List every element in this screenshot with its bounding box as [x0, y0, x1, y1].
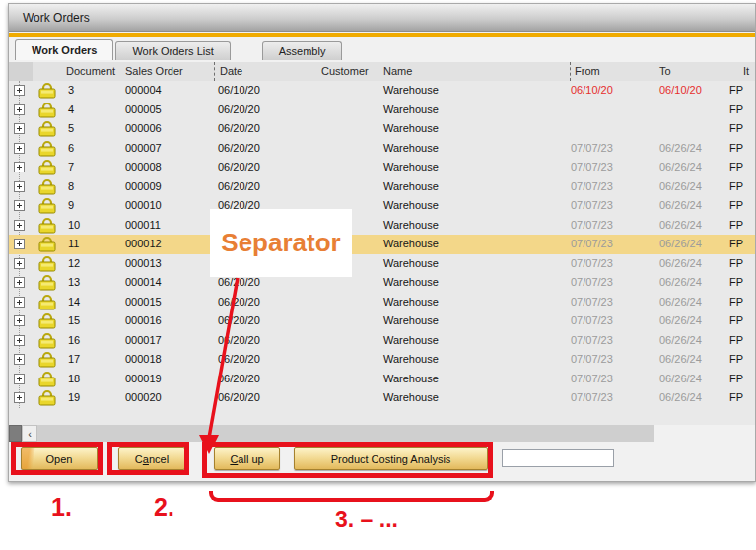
cell-item: FP: [729, 199, 743, 211]
table-row[interactable]: 1200001306/20/20Warehouse07/07/2306/26/2…: [9, 254, 755, 274]
cell-sales-order: 000012: [125, 238, 162, 249]
cell-from: 07/07/23: [571, 161, 613, 172]
cell-sales-order: 000020: [125, 391, 162, 403]
table-row[interactable]: 1900002006/20/20Warehouse07/07/2306/26/2…: [9, 388, 755, 408]
cell-from: 07/07/23: [571, 353, 613, 365]
tab-work-orders[interactable]: Work Orders: [15, 39, 113, 60]
column-header-item[interactable]: It: [743, 65, 749, 77]
window-titlebar[interactable]: Work Orders: [9, 4, 755, 32]
cell-name: Warehouse: [383, 219, 439, 231]
table-header-row: Document Sales Order Date Customer Name …: [9, 62, 755, 81]
table-row[interactable]: 900001006/20/20Warehouse07/07/2306/26/24…: [9, 196, 755, 216]
cell-name: Warehouse: [383, 257, 439, 269]
cell-from: 07/07/23: [571, 180, 613, 192]
expand-plus-icon[interactable]: [14, 315, 25, 326]
table-row[interactable]: 1500001606/20/20Warehouse07/07/2306/26/2…: [9, 311, 755, 331]
table-row[interactable]: 1100001206/20/20Warehouse07/07/2306/26/2…: [9, 235, 755, 254]
table-row[interactable]: 700000806/20/20Warehouse07/07/2306/26/24…: [9, 158, 755, 177]
cell-to: 06/26/24: [659, 238, 702, 249]
cell-to: 06/26/24: [659, 334, 702, 346]
cell-document: 13: [68, 276, 80, 288]
expand-plus-icon[interactable]: [14, 104, 25, 115]
tab-work-orders-list[interactable]: Work Orders List: [115, 41, 230, 60]
expand-plus-icon[interactable]: [14, 239, 25, 249]
column-header-to[interactable]: To: [659, 65, 671, 77]
expand-plus-icon[interactable]: [14, 392, 25, 403]
cell-from: 07/07/23: [571, 296, 613, 308]
table-row[interactable]: 600000706/20/20Warehouse07/07/2306/26/24…: [9, 139, 755, 159]
separator-callout-label: Separator: [221, 228, 340, 258]
column-header-customer[interactable]: Customer: [321, 65, 369, 77]
cell-date: 06/20/20: [218, 276, 260, 288]
work-orders-table: Document Sales Order Date Customer Name …: [9, 62, 755, 425]
horizontal-scrollbar-track[interactable]: [37, 425, 654, 442]
expand-plus-icon[interactable]: [14, 181, 25, 192]
lock-icon: [36, 236, 58, 252]
expand-plus-icon[interactable]: [14, 220, 25, 231]
table-row[interactable]: 300000406/10/20Warehouse06/10/2006/10/20…: [9, 81, 755, 101]
expand-plus-icon[interactable]: [14, 162, 25, 172]
footer-text-field[interactable]: [502, 449, 614, 467]
column-header-date[interactable]: Date: [220, 65, 242, 77]
cell-date: 06/20/20: [218, 334, 260, 346]
tab-strip: Work Orders Work Orders List Assembly: [15, 40, 344, 60]
lock-icon: [36, 255, 58, 272]
table-rows: 300000406/10/20Warehouse06/10/2006/10/20…: [9, 81, 755, 425]
cell-date: 06/20/20: [218, 142, 260, 154]
expand-plus-icon[interactable]: [14, 143, 25, 154]
expand-plus-icon[interactable]: [14, 354, 25, 365]
table-row[interactable]: 1300001406/20/20Warehouse07/07/2306/26/2…: [9, 273, 755, 293]
cell-name: Warehouse: [383, 199, 439, 211]
column-header-from[interactable]: From: [575, 65, 600, 77]
cell-item: FP: [729, 122, 743, 134]
expand-plus-icon[interactable]: [14, 374, 25, 384]
cell-sales-order: 000008: [125, 161, 162, 172]
table-row[interactable]: 1000001106/20/20Warehouse07/07/2306/26/2…: [9, 216, 755, 236]
column-header-document[interactable]: Document: [66, 65, 115, 77]
expand-plus-icon[interactable]: [14, 335, 25, 346]
cell-document: 18: [68, 373, 80, 384]
table-row[interactable]: 500000606/20/20WarehouseFP: [9, 119, 755, 139]
cell-item: FP: [729, 334, 743, 346]
cell-from: 07/07/23: [571, 219, 613, 231]
cell-to: 06/26/24: [659, 161, 702, 172]
cell-document: 10: [68, 219, 80, 231]
expand-plus-icon[interactable]: [14, 123, 25, 134]
table-row[interactable]: 1800001906/20/20Warehouse07/07/2306/26/2…: [9, 370, 755, 389]
cell-from: 07/07/23: [571, 238, 613, 249]
column-header-sales-order[interactable]: Sales Order: [125, 65, 183, 77]
table-row[interactable]: 1700001806/20/20Warehouse07/07/2306/26/2…: [9, 350, 755, 370]
cell-item: FP: [729, 353, 743, 365]
window-title: Work Orders: [23, 11, 90, 25]
cell-from: 07/07/23: [571, 373, 613, 384]
table-row[interactable]: 800000906/20/20Warehouse07/07/2306/26/24…: [9, 177, 755, 197]
expand-plus-icon[interactable]: [14, 258, 25, 269]
tab-assembly[interactable]: Assembly: [262, 41, 343, 60]
table-row[interactable]: 400000506/20/20WarehouseFP: [9, 101, 755, 120]
scroll-left-arrow-icon[interactable]: ‹: [22, 425, 37, 442]
scrollbar-corner-handle[interactable]: [9, 425, 22, 442]
cell-item: FP: [729, 296, 743, 308]
lock-icon: [36, 217, 58, 234]
cell-name: Warehouse: [383, 296, 439, 308]
expand-plus-icon[interactable]: [14, 200, 25, 211]
table-row[interactable]: 1600001706/20/20Warehouse07/07/2306/26/2…: [9, 331, 755, 351]
cell-sales-order: 000018: [125, 353, 162, 365]
cell-from: 07/07/23: [571, 199, 613, 211]
cell-date: 06/20/20: [218, 103, 260, 115]
column-separator-dashed: [214, 62, 215, 81]
cell-sales-order: 000014: [125, 276, 162, 288]
cell-name: Warehouse: [383, 391, 439, 403]
cell-name: Warehouse: [383, 276, 439, 288]
cell-from: 07/07/23: [571, 334, 613, 346]
cell-sales-order: 000016: [125, 314, 162, 326]
expand-plus-icon[interactable]: [14, 277, 25, 288]
cell-from: 07/07/23: [571, 257, 613, 269]
expand-plus-icon[interactable]: [14, 297, 25, 308]
lock-icon: [36, 294, 58, 310]
table-row[interactable]: 1400001506/20/20Warehouse07/07/2306/26/2…: [9, 293, 755, 312]
column-header-name[interactable]: Name: [383, 65, 412, 77]
highlight-box-open: [11, 442, 103, 475]
cell-to: 06/26/24: [659, 353, 702, 365]
expand-plus-icon[interactable]: [14, 85, 25, 96]
